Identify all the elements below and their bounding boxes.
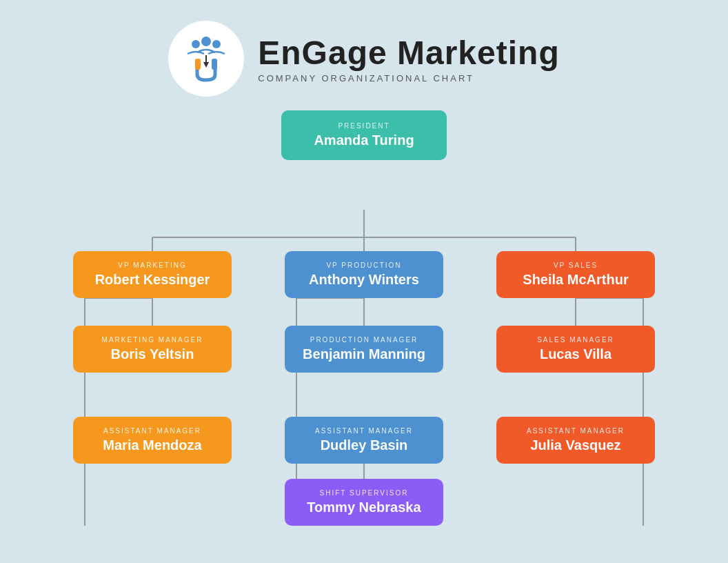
sales-manager-name: Lucas Villa bbox=[540, 346, 611, 362]
asst-marketing-role: ASSISTANT MANAGER bbox=[103, 427, 201, 435]
asst-sales-name: Julia Vasquez bbox=[530, 437, 620, 453]
shift-supervisor-role: SHIFT SUPERVISOR bbox=[320, 489, 409, 497]
svg-rect-4 bbox=[212, 59, 217, 70]
card-asst-sales: ASSISTANT MANAGER Julia Vasquez bbox=[496, 417, 655, 464]
asst-marketing-name: Maria Mendoza bbox=[103, 437, 201, 453]
vp-marketing-role: VP MARKETING bbox=[118, 261, 186, 269]
shift-supervisor-name: Tommy Nebraska bbox=[307, 500, 421, 515]
president-role: PRESIDENT bbox=[338, 122, 390, 130]
vp-production-role: VP PRODUCTION bbox=[326, 261, 401, 269]
company-name: EnGage Marketing bbox=[258, 34, 559, 72]
card-asst-marketing: ASSISTANT MANAGER Maria Mendoza bbox=[73, 417, 232, 464]
svg-point-0 bbox=[192, 40, 200, 48]
card-asst-production: ASSISTANT MANAGER Dudley Basin bbox=[285, 417, 443, 464]
card-president: PRESIDENT Amanda Turing bbox=[281, 110, 447, 160]
marketing-manager-name: Boris Yeltsin bbox=[111, 346, 194, 362]
svg-point-2 bbox=[212, 40, 221, 48]
svg-rect-3 bbox=[195, 59, 201, 70]
asst-sales-role: ASSISTANT MANAGER bbox=[527, 427, 625, 435]
production-manager-name: Benjamin Manning bbox=[303, 346, 425, 362]
asst-production-role: ASSISTANT MANAGER bbox=[315, 427, 413, 435]
header: EnGage Marketing COMPANY ORGANIZATIONAL … bbox=[168, 21, 559, 97]
production-manager-role: PRODUCTION MANAGER bbox=[310, 336, 418, 344]
org-chart: PRESIDENT Amanda Turing bbox=[33, 110, 695, 526]
marketing-manager-role: MARKETING MANAGER bbox=[102, 336, 203, 344]
svg-marker-6 bbox=[203, 62, 209, 68]
president-name: Amanda Turing bbox=[314, 132, 414, 148]
svg-point-1 bbox=[201, 37, 211, 46]
card-production-manager: PRODUCTION MANAGER Benjamin Manning bbox=[285, 326, 443, 373]
logo bbox=[168, 21, 244, 97]
chart-subtitle: COMPANY ORGANIZATIONAL CHART bbox=[258, 73, 559, 83]
vp-sales-role: VP SALES bbox=[554, 261, 598, 269]
card-shift-supervisor: SHIFT SUPERVISOR Tommy Nebraska bbox=[285, 479, 443, 526]
card-vp-sales: VP SALES Sheila McArthur bbox=[496, 251, 655, 298]
asst-production-name: Dudley Basin bbox=[321, 437, 408, 453]
chart-svg: VP MARKETING Robert Kessinger VP PRODUCT… bbox=[33, 160, 695, 526]
vp-marketing-name: Robert Kessinger bbox=[95, 272, 210, 288]
card-vp-production: VP PRODUCTION Anthony Winters bbox=[285, 251, 443, 298]
card-sales-manager: SALES MANAGER Lucas Villa bbox=[496, 326, 655, 373]
vp-sales-name: Sheila McArthur bbox=[523, 272, 628, 288]
vp-production-name: Anthony Winters bbox=[309, 272, 419, 288]
card-marketing-manager: MARKETING MANAGER Boris Yeltsin bbox=[73, 326, 232, 373]
level-president: PRESIDENT Amanda Turing bbox=[281, 110, 447, 160]
header-text: EnGage Marketing COMPANY ORGANIZATIONAL … bbox=[258, 34, 559, 83]
card-vp-marketing: VP MARKETING Robert Kessinger bbox=[73, 251, 232, 298]
sales-manager-role: SALES MANAGER bbox=[537, 336, 614, 344]
